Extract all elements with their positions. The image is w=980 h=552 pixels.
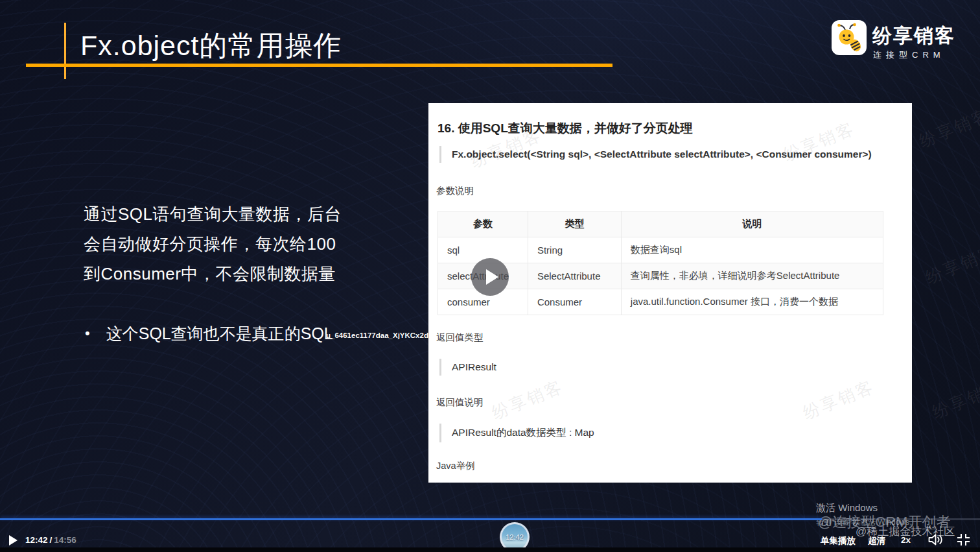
fullscreen-icon: [957, 534, 962, 538]
player-play-button[interactable]: [9, 535, 18, 546]
time-display: 12:42/14:56: [25, 535, 76, 545]
fullscreen-icon: [957, 541, 962, 546]
params-section-label: 参数说明: [436, 185, 474, 197]
brand-tagline: 连接型CRM: [873, 49, 977, 61]
fullscreen-button[interactable]: [957, 534, 970, 546]
code-block-return-desc: APIResult的data数据类型 : Map: [439, 424, 594, 442]
code-block-return-type: APIResult: [439, 359, 496, 376]
quality-button[interactable]: 超清: [868, 535, 885, 547]
brand-name: 纷享销客: [872, 23, 955, 49]
bg-watermark: 纷享销客: [922, 240, 980, 289]
cell-type: String: [528, 237, 621, 263]
thumb-time: 12:42: [506, 533, 524, 541]
cell-desc: 数据查询sql: [621, 237, 883, 263]
fullscreen-icon: [965, 534, 970, 538]
slide-title: Fx.object的常用操作: [80, 27, 342, 65]
table-row: sql String 数据查询sql: [438, 237, 883, 263]
episode-mode-button[interactable]: 单集播放: [821, 535, 856, 547]
volume-icon: [927, 532, 944, 547]
return-desc-label: 返回值说明: [436, 396, 484, 409]
bg-watermark: 纷享销客: [916, 104, 980, 153]
fullscreen-icon: [965, 541, 970, 546]
progress-played: [0, 518, 822, 520]
body-text-line: 会自动做好分页操作，每次给100: [84, 233, 388, 256]
cell-desc: java.util.function.Consumer 接口，消费一个数据: [621, 289, 883, 315]
bullet-marker: •: [85, 322, 90, 344]
bg-watermark: 纷享销客: [929, 375, 980, 424]
current-time: 12:42: [25, 535, 48, 545]
panel-watermark: 纷享销客: [489, 376, 567, 425]
panel-watermark: 纷享销客: [800, 376, 878, 425]
table-header-row: 参数 类型 说明: [438, 211, 883, 237]
cell-type: SelectAttribute: [528, 263, 621, 289]
video-frame: Fx.object的常用操作 纷享销客 连接型CRM 通过SQL语句查询大量数据…: [0, 0, 980, 552]
body-text-line: 到Consumer中，不会限制数据量: [84, 263, 388, 285]
user-id-watermark: u_6461ec1177daa_XjYKCx2d6N: [326, 331, 438, 339]
table-row: consumer Consumer java.util.function.Con…: [438, 289, 883, 315]
volume-button[interactable]: [927, 532, 944, 547]
params-table: 参数 类型 说明 sql String 数据查询sql selectAttrib…: [438, 211, 883, 315]
table-header-desc: 说明: [621, 211, 883, 237]
time-separator: /: [48, 535, 54, 545]
table-header-param: 参数: [438, 211, 528, 237]
speed-button[interactable]: 2x: [901, 535, 911, 545]
cell-desc: 查询属性，非必填，详细说明参考SelectAttribute: [621, 263, 883, 289]
body-text-line: 通过SQL语句查询大量数据，后台: [84, 203, 388, 226]
bullet-item: • 这个SQL查询也不是真正的SQL: [85, 322, 333, 344]
duration: 14:56: [54, 535, 76, 545]
table-header-type: 类型: [528, 211, 621, 237]
bee-logo-icon: [832, 21, 866, 54]
bullet-text: 这个SQL查询也不是真正的SQL: [106, 322, 333, 344]
bottom-edge-shade: [0, 547, 980, 552]
java-example-label: Java举例: [436, 460, 475, 472]
brand-logo: [832, 20, 867, 55]
cell-type: Consumer: [528, 289, 621, 315]
title-accent-vertical: [64, 23, 66, 79]
progress-bar[interactable]: [0, 518, 980, 520]
center-play-button[interactable]: [471, 258, 509, 296]
return-type-label: 返回值类型: [436, 331, 484, 344]
play-icon: [486, 269, 498, 285]
doc-panel: 纷享销客 纷享销客 纷享销客 纷享销客 16. 使用SQL查询大量数据，并做好了…: [428, 103, 912, 483]
code-block-signature: Fx.object.select(<String sql>, <SelectAt…: [439, 146, 872, 163]
doc-heading: 16. 使用SQL查询大量数据，并做好了分页处理: [438, 120, 693, 137]
